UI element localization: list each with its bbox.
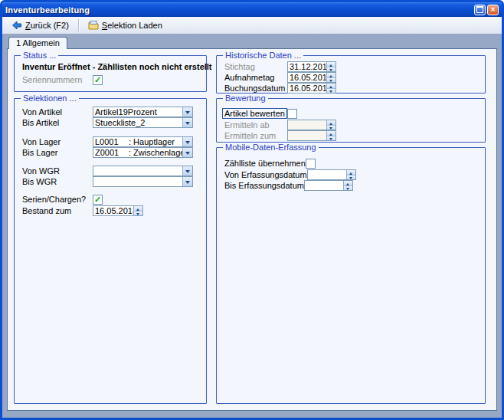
bewertung-group-title: Bewertung bbox=[223, 94, 268, 103]
ermitteln-zum-row: Ermitteln zum bbox=[217, 130, 485, 141]
von-lager-code: L0001 bbox=[93, 137, 127, 146]
von-artikel-combobox[interactable]: Artikel19Prozent bbox=[93, 107, 193, 117]
ermitteln-ab-row: Ermitteln ab bbox=[217, 120, 485, 130]
ermitteln-ab-value bbox=[288, 120, 326, 130]
bewertung-group: Bewertung Artikel bewerten Ermitteln ab … bbox=[216, 98, 486, 143]
app-window: Inventurbearbeitung Zurück (F2) Selektio… bbox=[0, 0, 504, 420]
ermitteln-zum-datefield[interactable] bbox=[287, 130, 336, 141]
bestand-zum-label: Bestand zum bbox=[22, 206, 93, 215]
content-panel: Status ... Inventur Eröffnet - Zählliste… bbox=[7, 48, 497, 411]
spin-down-icon[interactable] bbox=[327, 126, 335, 130]
bis-artikel-combobox[interactable]: Stueckliste_2 bbox=[93, 117, 193, 128]
spin-down-icon[interactable] bbox=[327, 136, 335, 141]
restore-window-icon[interactable] bbox=[474, 5, 486, 15]
dropdown-arrow-icon[interactable] bbox=[182, 118, 192, 127]
bis-artikel-value: Stueckliste_2 bbox=[93, 118, 182, 127]
stichtag-value: 31.12.2013 /Di bbox=[288, 62, 326, 71]
stichtag-datefield[interactable]: 31.12.2013 /Di bbox=[287, 61, 336, 72]
date-spinner bbox=[133, 206, 142, 215]
von-wgr-value bbox=[93, 166, 182, 176]
load-label-rest: elektion Laden bbox=[107, 21, 162, 30]
zaehlliste-row: Zählliste übernehmen bbox=[217, 158, 485, 169]
seriennummern-row: Seriennummern bbox=[15, 74, 206, 85]
seriennummern-label: Seriennummern bbox=[22, 75, 93, 84]
date-spinner bbox=[326, 131, 335, 140]
date-spinner bbox=[326, 73, 335, 82]
status-group: Status ... Inventur Eröffnet - Zählliste… bbox=[14, 55, 207, 92]
aufnahmetag-label: Aufnahmetag bbox=[224, 73, 287, 82]
date-spinner bbox=[343, 181, 352, 190]
serien-chargen-label: Serien/Chargen? bbox=[22, 195, 93, 204]
load-selection-icon bbox=[88, 20, 99, 31]
von-artikel-value: Artikel19Prozent bbox=[93, 107, 182, 116]
bestand-zum-row: Bestand zum 16.05.2013 /Do bbox=[15, 205, 206, 216]
back-button[interactable]: Zurück (F2) bbox=[6, 18, 74, 33]
selektionen-group-title: Selektionen ... bbox=[21, 94, 79, 103]
tab-row: 1 Allgemein bbox=[7, 37, 497, 49]
von-wgr-label: Von WGR bbox=[22, 166, 93, 176]
ermitteln-ab-label: Ermitteln ab bbox=[224, 120, 287, 130]
bestand-zum-datefield[interactable]: 16.05.2013 /Do bbox=[93, 205, 143, 216]
close-window-icon[interactable] bbox=[487, 5, 499, 15]
buchungsdatum-datefield[interactable]: 16.05.2013 /Do bbox=[287, 83, 336, 94]
aufnahmetag-row: Aufnahmetag 16.05.2013 /Do bbox=[217, 72, 485, 83]
von-lager-combobox[interactable]: L0001 : Hauptlager bbox=[93, 136, 193, 147]
titlebar[interactable]: Inventurbearbeitung bbox=[2, 2, 502, 17]
bis-erfassungsdatum-datefield[interactable] bbox=[304, 180, 353, 191]
back-label-rest: urück (F2) bbox=[31, 21, 69, 30]
status-message: Inventur Eröffnet - Zähllisten noch nich… bbox=[15, 62, 206, 71]
load-selection-button[interactable]: Selektion Laden bbox=[83, 18, 168, 33]
window-title: Inventurbearbeitung bbox=[5, 5, 473, 15]
bis-erfassungsdatum-label: Bis Erfassungsdatum bbox=[224, 181, 304, 190]
dropdown-arrow-icon[interactable] bbox=[182, 177, 192, 186]
stichtag-label: Stichtag bbox=[224, 62, 287, 71]
back-arrow-icon bbox=[11, 20, 22, 31]
date-spinner bbox=[346, 170, 355, 179]
dropdown-arrow-icon[interactable] bbox=[182, 166, 192, 176]
ermitteln-zum-value bbox=[288, 131, 326, 140]
artikel-bewerten-label-text: Artikel bewerten bbox=[222, 108, 287, 119]
date-spinner bbox=[326, 120, 335, 130]
mobile-daten-erfassung-group: Mobile-Daten-Erfassung Zählliste überneh… bbox=[216, 147, 486, 404]
von-artikel-row: Von Artikel Artikel19Prozent bbox=[15, 107, 206, 117]
artikel-bewerten-label: Artikel bewerten bbox=[224, 109, 287, 118]
spin-down-icon[interactable] bbox=[344, 186, 352, 191]
mobile-group-title: Mobile-Daten-Erfassung bbox=[223, 143, 319, 152]
von-erfassungsdatum-datefield[interactable] bbox=[307, 169, 356, 180]
date-spinner bbox=[326, 62, 335, 71]
aufnahmetag-value: 16.05.2013 /Do bbox=[288, 73, 326, 82]
spin-down-icon[interactable] bbox=[327, 89, 335, 94]
von-wgr-row: Von WGR bbox=[15, 166, 206, 176]
aufnahmetag-datefield[interactable]: 16.05.2013 /Do bbox=[287, 72, 336, 83]
workspace: 1 Allgemein Status ... Inventur Eröffnet… bbox=[2, 34, 502, 418]
artikel-bewerten-row: Artikel bewerten bbox=[217, 108, 485, 119]
tab-allgemein[interactable]: 1 Allgemein bbox=[8, 37, 67, 49]
bis-lager-label: Bis Lager bbox=[22, 148, 93, 157]
seriennummern-checkbox[interactable] bbox=[93, 75, 103, 85]
historische-daten-group-title: Historische Daten ... bbox=[223, 51, 303, 60]
bis-lager-name: : Zwischenlager bbox=[127, 148, 182, 157]
stichtag-row: Stichtag 31.12.2013 /Di bbox=[217, 61, 485, 72]
bis-artikel-row: Bis Artikel Stueckliste_2 bbox=[15, 117, 206, 128]
dropdown-arrow-icon[interactable] bbox=[182, 137, 192, 146]
load-button-label: Selektion Laden bbox=[102, 21, 162, 30]
spin-down-icon[interactable] bbox=[347, 176, 355, 180]
spin-down-icon[interactable] bbox=[327, 78, 335, 83]
artikel-bewerten-checkbox[interactable] bbox=[287, 109, 297, 119]
bis-lager-combobox[interactable]: Z0001 : Zwischenlager bbox=[93, 147, 193, 158]
bis-erfassungsdatum-value bbox=[305, 181, 343, 190]
spin-down-icon[interactable] bbox=[327, 67, 335, 72]
von-erfassungsdatum-row: Von Erfassungsdatum bbox=[217, 169, 485, 180]
bis-lager-row: Bis Lager Z0001 : Zwischenlager bbox=[15, 147, 206, 158]
spin-down-icon[interactable] bbox=[134, 212, 142, 216]
ermitteln-ab-datefield[interactable] bbox=[287, 120, 336, 130]
bis-wgr-combobox[interactable] bbox=[93, 176, 193, 187]
serien-chargen-row: Serien/Chargen? bbox=[15, 194, 206, 205]
dropdown-arrow-icon[interactable] bbox=[182, 148, 192, 157]
von-wgr-combobox[interactable] bbox=[93, 166, 193, 176]
zaehlliste-checkbox[interactable] bbox=[306, 159, 316, 169]
von-artikel-label: Von Artikel bbox=[22, 107, 93, 116]
serien-chargen-checkbox[interactable] bbox=[93, 195, 103, 205]
buchungsdatum-row: Buchungsdatum 16.05.2013 /Do bbox=[217, 83, 485, 94]
dropdown-arrow-icon[interactable] bbox=[182, 107, 192, 116]
